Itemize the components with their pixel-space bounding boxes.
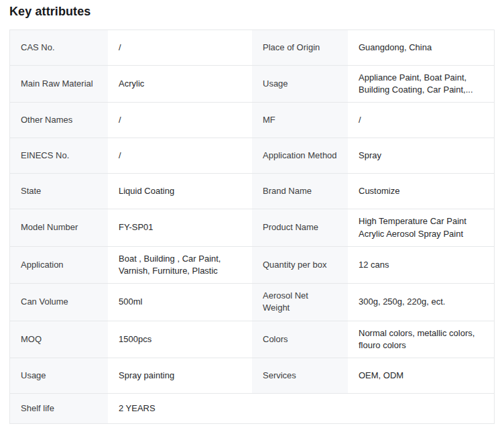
attribute-label: State (10, 174, 108, 209)
table-row: Main Raw MaterialAcrylicUsageAppliance P… (10, 65, 494, 102)
attribute-label: Product Name (252, 209, 348, 246)
table-row: CAS No./Place of OriginGuangdong, China (10, 30, 494, 65)
attribute-value: High Temperature Car Paint Acrylic Aeros… (348, 209, 494, 246)
attribute-label: Model Number (10, 209, 108, 246)
attribute-value: / (348, 103, 494, 138)
key-attributes-section: Key attributes CAS No./Place of OriginGu… (0, 0, 504, 430)
attribute-label: Application (10, 247, 108, 283)
attribute-label: Shelf life (10, 394, 108, 423)
attribute-value: / (108, 30, 252, 65)
attribute-label: EINECS No. (10, 138, 108, 173)
attribute-label: MF (252, 103, 348, 138)
attribute-value: 500ml (108, 284, 252, 320)
attribute-label: Place of Origin (252, 30, 348, 65)
table-row: Shelf life2 YEARS (10, 393, 494, 423)
attribute-value: Spray painting (108, 358, 252, 393)
attribute-value: Boat , Building , Car Paint, Varnish, Fu… (108, 247, 252, 283)
attribute-value: Normal colors, metallic colors, flouro c… (348, 321, 494, 358)
table-row: MOQ1500pcsColorsNormal colors, metallic … (10, 321, 494, 358)
attribute-label: CAS No. (10, 30, 108, 65)
attribute-label: Brand Name (252, 174, 348, 209)
table-row: Model NumberFY-SP01Product NameHigh Temp… (10, 209, 494, 246)
attribute-value: / (108, 103, 252, 138)
attribute-value: 2 YEARS (108, 394, 494, 423)
attribute-label: Other Names (10, 103, 108, 138)
section-title: Key attributes (9, 5, 495, 19)
attribute-label: Application Method (252, 138, 348, 173)
attribute-value: / (108, 138, 252, 173)
attribute-label: Can Volume (10, 284, 108, 320)
attribute-value: Liquid Coating (108, 174, 252, 209)
table-row: Other Names/MF/ (10, 102, 494, 138)
table-row: EINECS No./Application MethodSpray (10, 138, 494, 173)
attribute-label: Usage (252, 66, 348, 102)
attribute-value: Acrylic (108, 66, 252, 102)
attribute-value: Spray (348, 138, 494, 173)
table-row: UsageSpray paintingServicesOEM, ODM (10, 358, 494, 393)
attribute-value: FY-SP01 (108, 209, 252, 246)
key-attributes-table: CAS No./Place of OriginGuangdong, ChinaM… (9, 30, 495, 424)
table-row: StateLiquid CoatingBrand NameCustomize (10, 173, 494, 209)
attribute-label: Usage (10, 358, 108, 393)
attribute-value: 300g, 250g, 220g, ect. (348, 284, 494, 320)
attribute-label: Colors (252, 321, 348, 358)
attribute-value: Customize (348, 174, 494, 209)
attribute-value: 12 cans (348, 247, 494, 283)
attribute-value: 1500pcs (108, 321, 252, 358)
attribute-value: Guangdong, China (348, 30, 494, 65)
attribute-label: Main Raw Material (10, 66, 108, 102)
attribute-label: MOQ (10, 321, 108, 358)
attribute-label: Quantity per box (252, 247, 348, 283)
attribute-label: Aerosol Net Weight (252, 284, 348, 320)
attribute-value: OEM, ODM (348, 358, 494, 393)
attribute-label: Services (252, 358, 348, 393)
table-row: ApplicationBoat , Building , Car Paint, … (10, 246, 494, 283)
attribute-value: Appliance Paint, Boat Paint, Building Co… (348, 66, 494, 102)
table-row: Can Volume500mlAerosol Net Weight300g, 2… (10, 283, 494, 320)
